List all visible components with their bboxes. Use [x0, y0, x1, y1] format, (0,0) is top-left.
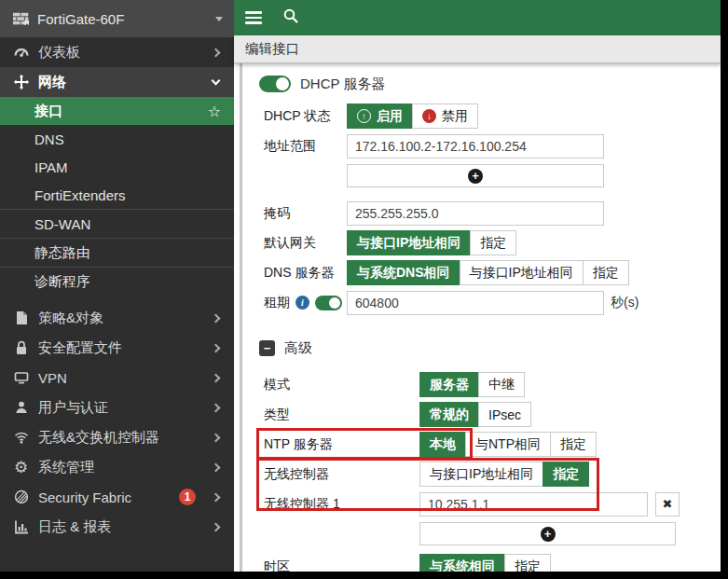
- sidebar-item-interfaces[interactable]: 接口 ☆: [0, 97, 234, 125]
- disable-button[interactable]: ↓ 禁用: [412, 103, 478, 129]
- sidebar-item-network[interactable]: 网络: [0, 67, 234, 97]
- relay-mode-button[interactable]: 中继: [478, 372, 525, 397]
- sidebar-item-static-routes[interactable]: 静态路由: [0, 239, 234, 267]
- lease-time-toggle[interactable]: [315, 296, 342, 310]
- top-green-bar: [234, 0, 721, 35]
- regular-type-button[interactable]: 常规的: [419, 402, 479, 427]
- specify-button[interactable]: 指定: [543, 462, 589, 487]
- sidebar-item-label: 用户与认证: [38, 399, 203, 417]
- dhcp-form: DHCP 服务器 DHCP 状态 ↑ 启用 ↓ 禁用 地址范围: [244, 63, 721, 572]
- sidebar-item-dashboard[interactable]: 仪表板: [0, 37, 234, 67]
- sidebar-item-label: DNS: [34, 131, 221, 147]
- breadcrumb: 编辑接口: [234, 35, 721, 63]
- scrollbar-thumb[interactable]: [240, 63, 242, 572]
- device-selector[interactable]: FortiGate-60F: [0, 0, 234, 37]
- remove-entry-button[interactable]: ✖: [655, 492, 680, 517]
- sidebar-item-label: 策略&对象: [38, 310, 203, 327]
- sidebar-item-security-fabric[interactable]: Security Fabric 1: [0, 482, 234, 512]
- mode-segment: 服务器 中继: [419, 372, 525, 397]
- same-as-interface-ip-button[interactable]: 与接口IP地址相同: [419, 462, 543, 487]
- server-mode-button[interactable]: 服务器: [419, 372, 479, 397]
- add-address-range-button[interactable]: +: [347, 164, 604, 187]
- sidebar-item-label: 网络: [38, 74, 203, 91]
- sidebar-item-diagnostics[interactable]: 诊断程序: [0, 268, 234, 296]
- network-icon: [13, 75, 29, 90]
- arrow-up-circle-icon: ↑: [357, 109, 371, 123]
- local-ntp-button[interactable]: 本地: [419, 432, 466, 457]
- specify-button[interactable]: 指定: [504, 554, 551, 572]
- sidebar-item-label: IPAM: [34, 159, 221, 175]
- specify-button[interactable]: 指定: [470, 230, 516, 255]
- notification-badge: 1: [179, 489, 196, 505]
- sidebar-item-label: 日志 & 报表: [38, 518, 203, 536]
- policy-objects-icon: [13, 310, 29, 326]
- sidebar-item-system[interactable]: ⚙ 系统管理: [0, 452, 234, 482]
- sidebar-item-fortiextenders[interactable]: FortiExtenders: [0, 181, 234, 209]
- gear-icon: ⚙: [13, 460, 29, 476]
- chevron-right-icon: [212, 343, 221, 352]
- bar-chart-icon: [13, 519, 29, 535]
- sidebar: FortiGate-60F 仪表板 网络: [0, 0, 234, 572]
- sidebar-item-label: SD-WAN: [34, 216, 221, 232]
- lock-icon: [13, 340, 29, 356]
- sidebar-lower-items: 策略&对象 安全配置文件: [0, 303, 234, 542]
- timezone-segment: 与系统相同 指定: [419, 554, 551, 572]
- netmask-input[interactable]: [347, 201, 604, 226]
- same-as-ntp-button[interactable]: 与NTP相同: [465, 432, 551, 457]
- sidebar-item-ipam[interactable]: IPAM: [0, 153, 234, 181]
- collapse-section-icon[interactable]: −: [259, 340, 275, 356]
- advanced-heading: 高级: [284, 339, 312, 357]
- plus-circle-icon: +: [468, 169, 483, 184]
- type-label: 类型: [264, 407, 419, 423]
- dns-server-label: DNS 服务器: [264, 265, 347, 282]
- lease-time-input[interactable]: [347, 291, 604, 315]
- monitor-icon: [13, 370, 29, 386]
- left-scrollbar[interactable]: [234, 63, 244, 572]
- sidebar-item-dns[interactable]: DNS: [0, 125, 234, 153]
- sidebar-item-policy-objects[interactable]: 策略&对象: [0, 303, 234, 333]
- sidebar-item-label: Security Fabric: [38, 489, 170, 505]
- chevron-right-icon: [212, 462, 221, 472]
- chevron-right-icon: [212, 492, 221, 502]
- dns-server-segment: 与系统DNS相同 与接口IP地址相同 指定: [347, 260, 629, 285]
- ntp-server-segment: 本地 与NTP相同 指定: [419, 432, 597, 457]
- hamburger-menu-icon[interactable]: [245, 11, 262, 24]
- enable-button[interactable]: ↑ 启用: [347, 103, 413, 129]
- specify-button[interactable]: 指定: [583, 260, 629, 285]
- same-as-interface-ip-button[interactable]: 与接口IP地址相同: [347, 230, 471, 255]
- same-as-interface-ip-button[interactable]: 与接口IP地址相同: [460, 260, 584, 285]
- chevron-right-icon: [212, 313, 221, 323]
- sidebar-item-users-authentication[interactable]: 用户与认证: [0, 393, 234, 422]
- sidebar-item-wifi-switch-controller[interactable]: 无线&交换机控制器: [0, 422, 234, 452]
- sidebar-item-sdwan[interactable]: SD-WAN: [0, 210, 234, 238]
- mode-label: 模式: [264, 377, 419, 393]
- sidebar-item-security-profiles[interactable]: 安全配置文件: [0, 333, 234, 363]
- info-icon: i: [295, 296, 309, 310]
- netmask-label: 掩码: [264, 205, 347, 222]
- type-segment: 常规的 IPsec: [419, 402, 531, 427]
- sidebar-item-log-report[interactable]: 日志 & 报表: [0, 512, 234, 542]
- same-as-system-dns-button[interactable]: 与系统DNS相同: [347, 260, 460, 285]
- chevron-right-icon: [212, 522, 221, 531]
- chevron-right-icon: [212, 373, 221, 382]
- sidebar-item-label: VPN: [38, 370, 203, 386]
- device-name: FortiGate-60F: [37, 11, 207, 27]
- lease-unit-label: 秒(s): [611, 295, 639, 311]
- wireless-controller-segment: 与接口IP地址相同 指定: [419, 462, 589, 487]
- favorite-star-icon[interactable]: ☆: [208, 103, 221, 120]
- plus-circle-icon: +: [541, 527, 556, 542]
- sidebar-item-vpn[interactable]: VPN: [0, 363, 234, 393]
- sidebar-item-label: 诊断程序: [34, 273, 221, 291]
- sidebar-item-label: 静态路由: [34, 244, 221, 262]
- add-wireless-controller-button[interactable]: +: [419, 522, 676, 545]
- default-gateway-segment: 与接口IP地址相同 指定: [347, 230, 516, 255]
- dhcp-server-toggle[interactable]: [259, 76, 291, 92]
- search-icon[interactable]: [282, 7, 299, 28]
- ipsec-type-button[interactable]: IPsec: [478, 402, 531, 427]
- same-as-system-button[interactable]: 与系统相同: [419, 554, 505, 572]
- specify-button[interactable]: 指定: [550, 432, 597, 457]
- wireless-controller-1-label: 无线控制器 1: [264, 496, 419, 513]
- address-range-input[interactable]: [347, 134, 604, 159]
- wireless-controller-1-input[interactable]: [419, 492, 648, 517]
- dhcp-server-heading: DHCP 服务器: [300, 76, 385, 93]
